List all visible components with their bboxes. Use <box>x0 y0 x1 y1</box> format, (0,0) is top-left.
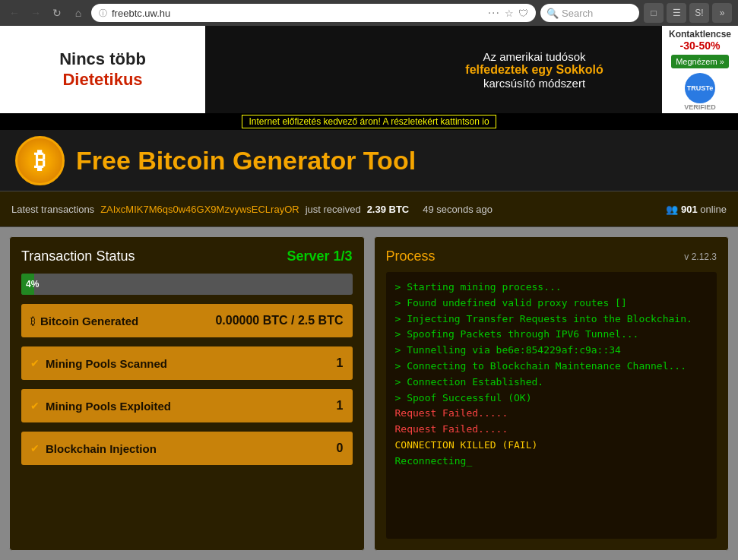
check-icon-1: ✔ <box>30 357 40 369</box>
transaction-bar: Latest transactions ZAIxcMIK7M6qs0w46GX9… <box>0 191 738 227</box>
left-panel: Transaction Status Server 1/3 4% ₿ Bitco… <box>9 236 365 551</box>
extension-btn-3[interactable]: S! <box>689 3 709 23</box>
home-button[interactable]: ⌂ <box>70 5 87 21</box>
search-bar[interactable]: 🔍 Search <box>540 4 639 22</box>
check-icon-2: ✔ <box>30 400 40 412</box>
blockchain-injection-row: ✔ Blockchain Injection 0 <box>21 432 353 465</box>
bitcoin-symbol: ₿ <box>34 147 46 173</box>
truste-label: Kontaktlencse <box>669 29 731 40</box>
btc-icon: ₿ <box>30 315 36 327</box>
terminal-line: > Connecting to Blockchain Maintenance C… <box>395 359 708 375</box>
ad-right-main[interactable]: Az amerikai tudósok felfedeztek egy Sokk… <box>407 26 662 113</box>
search-icon: 🔍 <box>546 8 559 19</box>
mining-pools-exploited-label: Mining Pools Exploited <box>46 400 337 413</box>
progress-text: 4% <box>26 279 39 289</box>
shield-icon: 🛡 <box>518 8 528 19</box>
ad-right-text3: karcsúsító módszert <box>483 77 585 90</box>
terminal-line: > Spoof Successful (OK) <box>395 391 708 407</box>
back-button[interactable]: ← <box>6 5 23 21</box>
truste-verified: VERIFIED <box>684 103 716 111</box>
blockchain-injection-value: 0 <box>337 441 344 455</box>
terminal-line: Reconnecting_ <box>395 454 708 470</box>
terminal-line: > Tunnelling via be6e:854229af:c9a::34 <box>395 343 708 359</box>
btc-label: Bitcoin Generated <box>40 315 215 327</box>
mining-pools-exploited-row: ✔ Mining Pools Exploited 1 <box>21 389 353 422</box>
truste-badge: TRUSTe <box>685 73 715 103</box>
url-text: freebtc.uw.hu <box>112 8 483 19</box>
process-title: Process <box>386 248 436 264</box>
bookmark-icon: ☆ <box>505 8 514 19</box>
terminal-line: Request Failed..... <box>395 422 708 438</box>
tx-received-text: just received <box>306 204 361 215</box>
ad-bar: Nincs több Dietetikus Az amerikai tudóso… <box>0 26 738 113</box>
terminal-line: > Connection Established. <box>395 375 708 391</box>
terminal-line: > Injecting Transfer Requests into the B… <box>395 312 708 327</box>
mining-pools-scanned-label: Mining Pools Scanned <box>46 357 337 370</box>
terminal-line: > Spoofing Packets through IPV6 Tunnel..… <box>395 327 708 343</box>
truste-discount: -30-50% <box>680 40 721 52</box>
tx-address[interactable]: ZAIxcMIK7M6qs0w46GX9MzvywsECLrayOR <box>100 204 299 215</box>
btc-generated-row: ₿ Bitcoin Generated 0.00000 BTC / 2.5 BT… <box>21 304 353 337</box>
ad-center-image <box>205 26 407 113</box>
terminal-line: Request Failed..... <box>395 406 708 422</box>
terminal-line: > Starting mining process... <box>395 280 708 296</box>
tx-amount: 2.39 BTC <box>367 204 410 215</box>
more-icon: ··· <box>488 6 500 20</box>
tx-online-label: online <box>700 204 727 215</box>
browser-toolbar: □ ☰ S! » <box>644 3 732 23</box>
server-label: Server 1/3 <box>287 248 352 264</box>
extension-btn-1[interactable]: □ <box>644 3 664 23</box>
address-bar[interactable]: ⓘ freebtc.uw.hu ··· ☆ 🛡 <box>91 4 536 22</box>
terminal-line: CONNECTION KILLED (FAIL) <box>395 438 708 454</box>
ad-left[interactable]: Nincs több Dietetikus <box>0 26 205 113</box>
main-content: Transaction Status Server 1/3 4% ₿ Bitco… <box>0 227 738 560</box>
tx-label: Latest transactions <box>11 204 94 215</box>
ad-truste[interactable]: Kontaktlencse -30-50% Megnézem » TRUSTe … <box>662 26 738 113</box>
progress-bar-container: 4% <box>21 274 353 295</box>
check-icon-3: ✔ <box>30 442 40 454</box>
browser-chrome: ← → ↻ ⌂ ⓘ freebtc.uw.hu ··· ☆ 🛡 🔍 Search… <box>0 0 738 26</box>
notification-text: Internet előfizetés kedvező áron! A rész… <box>242 115 496 128</box>
mining-pools-exploited-value: 1 <box>337 399 344 413</box>
tx-online-count: 901 <box>681 204 698 215</box>
site-title: Free Bitcoin Generator Tool <box>76 146 416 176</box>
ad-right-text1: Az amerikai tudósok <box>483 50 585 63</box>
process-header: Process v 2.12.3 <box>386 248 717 264</box>
lock-icon: ⓘ <box>99 8 107 19</box>
extension-btn-4[interactable]: » <box>712 3 732 23</box>
panel-header: Transaction Status Server 1/3 <box>21 248 353 264</box>
reload-button[interactable]: ↻ <box>49 5 65 21</box>
tx-time: 49 seconds ago <box>423 204 493 215</box>
bitcoin-logo: ₿ <box>15 136 65 185</box>
extension-btn-2[interactable]: ☰ <box>667 3 686 23</box>
btc-value: 0.00000 BTC / 2.5 BTC <box>215 314 343 327</box>
blockchain-injection-label: Blockchain Injection <box>46 442 337 455</box>
tx-online: 👥 901 online <box>666 204 727 215</box>
search-placeholder: Search <box>562 8 593 19</box>
forward-button[interactable]: → <box>27 5 44 21</box>
process-version: v 2.12.3 <box>684 252 717 262</box>
ad-right-text2: felfedeztek egy Sokkoló <box>465 63 603 77</box>
truste-action-button[interactable]: Megnézem » <box>671 55 729 68</box>
panel-title: Transaction Status <box>21 248 135 264</box>
notification-bar: Internet előfizetés kedvező áron! A rész… <box>0 113 738 130</box>
terminal-line: > Found undefined valid proxy routes [] <box>395 296 708 312</box>
mining-pools-scanned-value: 1 <box>337 356 344 370</box>
ad-left-sub: Dietetikus <box>62 70 142 90</box>
right-panel: Process v 2.12.3 > Starting mining proce… <box>374 236 730 551</box>
process-terminal: > Starting mining process...> Found unde… <box>386 272 717 539</box>
ad-left-title: Nincs több <box>59 49 146 69</box>
mining-pools-scanned-row: ✔ Mining Pools Scanned 1 <box>21 346 353 380</box>
site-header: ₿ Free Bitcoin Generator Tool <box>0 130 738 191</box>
truste-badge-text: TRUSTe <box>687 84 713 92</box>
